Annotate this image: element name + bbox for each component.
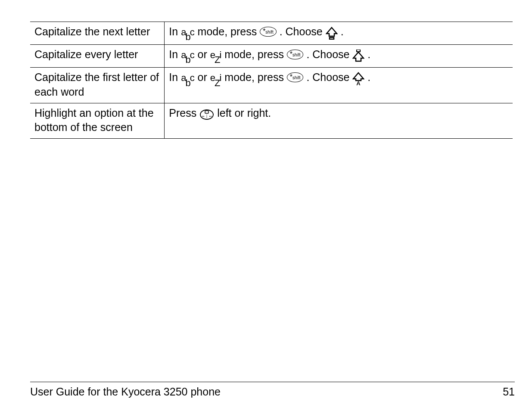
text: left or right. [217, 107, 271, 119]
svg-marker-3 [353, 52, 364, 61]
text: . [367, 48, 370, 60]
svg-rect-1 [330, 37, 334, 39]
table-row: Capitalize every letter In abc or eZi mo… [30, 45, 513, 68]
table-row: Highlight an option at the bottom of the… [30, 103, 513, 139]
svg-point-13 [209, 116, 210, 117]
text: . [341, 25, 344, 37]
row-label: Highlight an option at the bottom of the… [34, 107, 154, 134]
row-label: Capitalize the next letter [34, 25, 150, 37]
text: . Choose [306, 71, 352, 83]
row-label-cell: Capitalize the next letter [30, 22, 165, 45]
text: Press [169, 107, 199, 119]
row-label-cell: Capitalize every letter [30, 45, 165, 68]
text: mode, press [224, 48, 287, 60]
shift-lock-icon [352, 48, 364, 63]
svg-point-10 [206, 117, 207, 118]
text: . Choose [306, 48, 352, 60]
row-label: Capitalize every letter [34, 48, 138, 60]
row-label-cell: Highlight an option at the bottom of the… [30, 103, 165, 139]
shift-key-icon: *shift [287, 50, 304, 59]
shift-outline-icon [326, 25, 338, 40]
text: In [169, 25, 181, 37]
footer-title: User Guide for the Kyocera 3250 phone [30, 386, 221, 398]
svg-text:A: A [357, 80, 361, 86]
svg-point-11 [206, 116, 207, 117]
svg-point-9 [203, 116, 204, 117]
text: mode, press [224, 71, 287, 83]
shift-a-icon: A [352, 71, 364, 85]
text: . Choose [280, 25, 326, 37]
row-label: Capitalize the first letter of each word [34, 71, 159, 98]
row-label-cell: Capitalize the first letter of each word [30, 68, 165, 103]
page-footer: User Guide for the Kyocera 3250 phone 51 [30, 382, 515, 398]
text: or [198, 48, 210, 60]
text: or [198, 71, 210, 83]
text: In [169, 71, 181, 83]
shift-key-icon: *shift [287, 72, 304, 82]
instruction-table: Capitalize the next letter In abc mode, … [30, 22, 513, 139]
svg-point-8 [202, 116, 203, 117]
svg-rect-7 [205, 111, 208, 113]
document-page: Capitalize the next letter In abc mode, … [0, 0, 532, 411]
row-instruction-cell: In abc or eZi mode, press *shift . Choos… [165, 68, 513, 103]
svg-point-14 [211, 116, 212, 117]
abc-mode-icon: abc [181, 50, 195, 60]
abc-mode-icon: abc [181, 72, 195, 83]
nav-pad-icon [199, 106, 214, 121]
svg-point-12 [206, 115, 207, 115]
page-number: 51 [503, 386, 515, 398]
table-row: Capitalize the next letter In abc mode, … [30, 22, 513, 45]
abc-mode-icon: abc [181, 27, 195, 37]
row-instruction-cell: In abc mode, press *shift . Choose . [165, 22, 513, 45]
row-instruction-cell: In abc or eZi mode, press *shift . Choos… [165, 45, 513, 68]
table-row: Capitalize the first letter of each word… [30, 68, 513, 103]
text: mode, press [198, 25, 260, 37]
text: In [169, 48, 181, 60]
ezi-mode-icon: eZi [210, 50, 222, 60]
svg-marker-4 [353, 73, 364, 81]
row-instruction-cell: Press left or right. [165, 103, 513, 139]
text: . [367, 71, 370, 83]
shift-key-icon: *shift [260, 27, 277, 37]
ezi-mode-icon: eZi [210, 72, 222, 83]
svg-marker-0 [327, 28, 337, 36]
